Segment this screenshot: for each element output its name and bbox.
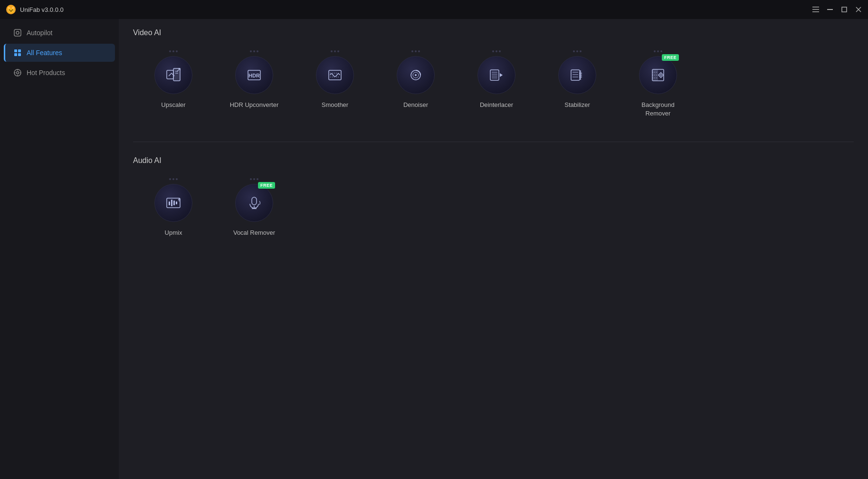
feature-card-vocal-remover[interactable]: FREE [214, 174, 295, 247]
autopilot-icon [13, 29, 22, 37]
svg-rect-13 [14, 53, 17, 56]
section-divider [133, 142, 854, 142]
svg-rect-33 [490, 70, 499, 80]
bg-remover-icon [639, 56, 677, 94]
audio-ai-section: Audio AI [133, 156, 854, 247]
menu-btn[interactable] [812, 6, 820, 13]
audio-ai-grid: Upmix FREE [133, 174, 854, 247]
smoother-label: Smoother [322, 101, 348, 109]
svg-rect-14 [18, 53, 21, 56]
smoother-icon-wrap [316, 56, 354, 94]
feature-card-upscaler[interactable]: Upscaler [133, 47, 214, 127]
upmix-label: Upmix [165, 229, 182, 237]
denoiser-label: Denoiser [403, 101, 428, 109]
svg-rect-6 [842, 7, 847, 12]
denoiser-icon-wrap [397, 56, 435, 94]
svg-text:HDR: HDR [248, 73, 260, 78]
smoother-icon [316, 56, 354, 94]
feature-card-stabilizer[interactable]: Stabilizer [537, 47, 618, 127]
title-bar: 🐱 UniFab v3.0.0.0 [0, 0, 868, 19]
stabilizer-icon-wrap [558, 56, 596, 94]
sidebar: Autopilot All Features [0, 19, 119, 479]
svg-rect-53 [169, 201, 170, 205]
maximize-btn[interactable] [840, 6, 848, 13]
window-controls [812, 6, 862, 13]
hdr-icon: HDR [235, 56, 273, 94]
svg-rect-22 [173, 68, 180, 81]
sidebar-item-autopilot[interactable]: Autopilot [4, 24, 115, 42]
sidebar-item-hot-products[interactable]: Hot Products [4, 64, 115, 82]
hdr-label: HDR Upconverter [230, 101, 279, 109]
feature-card-deinterlacer[interactable]: Deinterlacer [456, 47, 537, 127]
close-btn[interactable] [855, 6, 862, 13]
svg-rect-11 [14, 49, 17, 52]
svg-marker-38 [500, 73, 503, 77]
feature-card-bg-remover[interactable]: FREE [618, 47, 698, 127]
denoiser-icon [397, 56, 435, 94]
sidebar-item-autopilot-label: Autopilot [27, 29, 52, 37]
svg-rect-39 [571, 70, 580, 80]
svg-rect-56 [176, 201, 177, 204]
deinterlacer-label: Deinterlacer [480, 101, 513, 109]
vocal-remover-icon-wrap: FREE [235, 184, 273, 222]
feature-card-upmix[interactable]: Upmix [133, 174, 214, 247]
feature-card-smoother[interactable]: Smoother [295, 47, 375, 127]
svg-point-32 [415, 74, 417, 76]
upscaler-icon [154, 56, 192, 94]
svg-rect-27 [329, 70, 341, 80]
svg-rect-9 [14, 29, 21, 36]
upscaler-icon-wrap [154, 56, 192, 94]
svg-rect-54 [171, 200, 172, 206]
stabilizer-icon [558, 56, 596, 94]
sidebar-item-all-features[interactable]: All Features [4, 44, 115, 62]
feature-card-hdr[interactable]: HDR HDR Upconverter [214, 47, 295, 127]
feature-card-denoiser[interactable]: Denoiser [375, 47, 456, 127]
bg-remover-label: BackgroundRemover [641, 101, 674, 118]
vocal-remover-icon [235, 184, 273, 222]
app-title: UniFab v3.0.0.0 [20, 6, 812, 13]
upscaler-label: Upscaler [161, 101, 185, 109]
svg-rect-5 [827, 9, 833, 10]
svg-rect-2 [812, 7, 819, 8]
app-logo: 🐱 [6, 4, 16, 15]
svg-rect-55 [173, 201, 175, 205]
stabilizer-label: Stabilizer [564, 101, 590, 109]
hot-products-icon [13, 68, 22, 77]
svg-text:🐱: 🐱 [7, 6, 15, 14]
vocal-remover-label: Vocal Remover [233, 229, 275, 237]
svg-rect-58 [252, 197, 257, 205]
grid-icon [13, 48, 22, 57]
main-layout: Autopilot All Features [0, 19, 868, 479]
upmix-icon [154, 184, 192, 222]
bg-remover-icon-wrap: FREE [639, 56, 677, 94]
minimize-btn[interactable] [826, 6, 834, 13]
free-badge-vocal: FREE [258, 182, 275, 189]
video-ai-title: Video AI [133, 29, 854, 37]
content-area: Video AI [119, 19, 868, 479]
upmix-icon-wrap [154, 184, 192, 222]
hdr-icon-wrap: HDR [235, 56, 273, 94]
svg-point-10 [16, 31, 19, 34]
video-ai-grid: Upscaler HDR HDR Upconverter [133, 47, 854, 127]
svg-rect-4 [812, 11, 819, 12]
audio-ai-title: Audio AI [133, 156, 854, 165]
sidebar-item-hot-products-label: Hot Products [27, 69, 65, 77]
sidebar-item-all-features-label: All Features [27, 49, 62, 57]
free-badge-bg-remover: FREE [662, 54, 679, 61]
svg-point-16 [17, 72, 19, 74]
svg-rect-3 [812, 9, 819, 10]
svg-rect-12 [18, 49, 21, 52]
video-ai-section: Video AI [133, 29, 854, 127]
deinterlacer-icon-wrap [477, 56, 515, 94]
deinterlacer-icon [477, 56, 515, 94]
